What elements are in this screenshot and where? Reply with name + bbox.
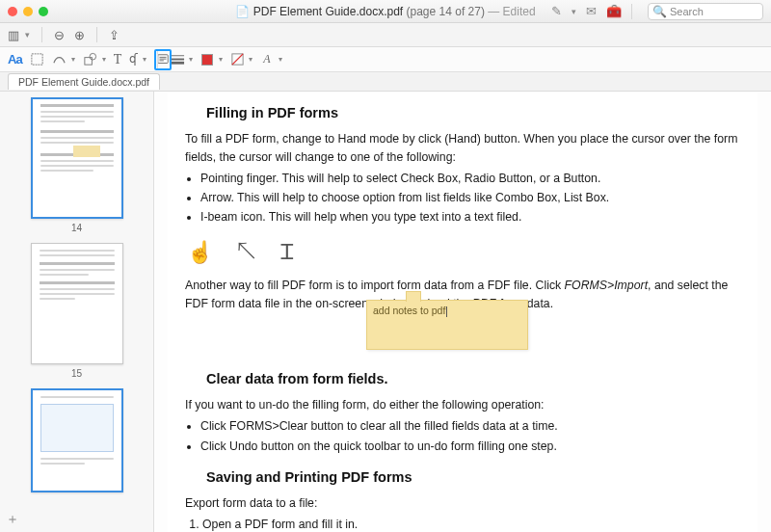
minimize-window-button[interactable]	[23, 7, 33, 16]
svg-rect-0	[32, 54, 42, 65]
sketch-tool-button[interactable]	[52, 51, 66, 68]
text-style-button[interactable]: A	[258, 51, 276, 68]
pdf-page: Filling in PDF forms To fill a PDF form,…	[168, 92, 758, 532]
heading-filling-forms: Filling in PDF forms	[206, 105, 740, 120]
border-color-button[interactable]	[199, 51, 216, 68]
bullet-clear-all: Click FORMS>Clear button to clear all th…	[200, 417, 740, 436]
sticky-note-text: add notes to pdf	[373, 305, 445, 316]
thumbnail-page-14[interactable]: 14	[0, 97, 153, 233]
text-insert-button[interactable]: T	[114, 51, 122, 68]
traffic-lights	[8, 7, 48, 16]
heading-clear-data: Clear data from form fields.	[206, 371, 740, 386]
document-tab[interactable]: PDF Element Guide.docx.pdf	[8, 73, 160, 90]
toolbox-icon[interactable]: 🧰	[606, 4, 622, 18]
line-style-button[interactable]	[169, 51, 186, 68]
sticky-note[interactable]: add notes to pdf	[366, 300, 528, 350]
bullet-pointer: Pointing finger. This will help to selec…	[200, 170, 740, 188]
search-icon: 🔍	[652, 5, 667, 18]
page-viewport[interactable]: Filling in PDF forms To fill a PDF form,…	[154, 92, 771, 532]
shapes-tool-button[interactable]	[83, 51, 97, 68]
selection-tool-button[interactable]	[30, 51, 44, 68]
search-placeholder: Search	[670, 6, 704, 17]
zoom-out-button[interactable]: ⊖	[54, 28, 65, 42]
zoom-in-button[interactable]: ⊕	[74, 28, 85, 42]
window-titlebar: 📄 PDF Element Guide.docx.pdf (page 14 of…	[0, 0, 771, 23]
clear-intro: If you want to un-do the filling form, d…	[185, 396, 740, 414]
view-toolbar: ▥▾ ⊖ ⊕ ⇪	[0, 23, 771, 47]
text-tool-button[interactable]: Aa	[8, 52, 22, 66]
save-intro: Export form data to a file:	[185, 494, 740, 513]
document-filename: PDF Element Guide.docx.pdf	[253, 5, 403, 18]
fill-color-button[interactable]	[228, 51, 246, 68]
markup-toolbar-icon[interactable]: ✉	[586, 4, 597, 18]
thumbnail-sidebar: 14 15 ＋	[0, 92, 154, 532]
document-tab-strip: PDF Element Guide.docx.pdf	[0, 72, 771, 92]
add-page-button[interactable]: ＋	[6, 511, 19, 528]
cursor-examples: ☝ ↖ Ꮖ	[187, 236, 740, 269]
sidebar-view-button[interactable]: ▥	[8, 28, 19, 42]
dropdown-arrow-icon[interactable]: ▾	[572, 7, 576, 16]
heading-saving-printing: Saving and Printing PDF forms	[206, 469, 740, 485]
annotation-toolbar: Aa ▾ ▾ T ʠ▾ ▾ ▾ ▾ A▾	[0, 47, 771, 72]
svg-line-11	[231, 54, 242, 65]
thumbnail-page-16[interactable]	[0, 388, 153, 492]
intro-paragraph: To fill a PDF form, change to Hand mode …	[185, 130, 740, 167]
page-indicator: (page 14 of 27)	[407, 5, 485, 18]
edited-indicator: — Edited	[488, 5, 535, 18]
close-window-button[interactable]	[8, 7, 17, 16]
search-field[interactable]: 🔍 Search	[648, 3, 763, 20]
thumbnail-page-15[interactable]: 15	[0, 243, 153, 379]
bullet-undo: Click Undo button on the quick toolbar t…	[200, 438, 740, 456]
svg-point-2	[90, 53, 96, 60]
share-button[interactable]: ⇪	[109, 28, 120, 42]
zoom-window-button[interactable]	[39, 7, 48, 16]
signature-button[interactable]: ʠ	[129, 51, 138, 68]
bullet-ibeam: I-beam icon. This will help when you typ…	[200, 208, 740, 226]
thumbnail-label: 15	[0, 368, 153, 379]
edit-pencil-icon[interactable]: ✎	[551, 4, 562, 18]
step-open: Open a PDF form and fill it in.	[202, 516, 740, 532]
bullet-arrow: Arrow. This will help to choose option f…	[200, 189, 740, 207]
main-area: 14 15 ＋ Filling in PDF forms To fill a	[0, 92, 771, 532]
doc-icon: 📄	[235, 5, 250, 18]
thumbnail-label: 14	[0, 223, 153, 233]
